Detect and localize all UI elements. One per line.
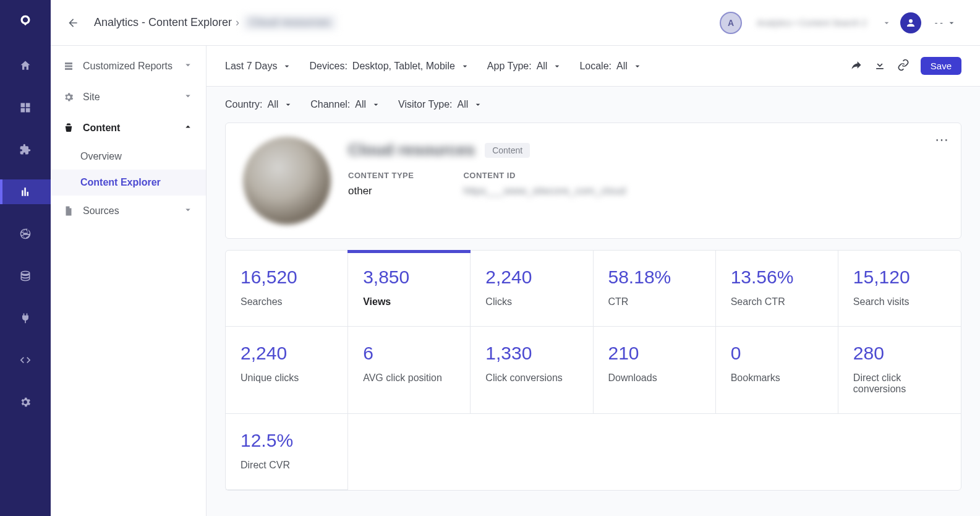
sidebar-item-sources[interactable]: Sources	[51, 196, 206, 226]
rail-analytics[interactable]	[0, 179, 51, 204]
metric-card[interactable]: 12.5%Direct CVR	[226, 414, 348, 490]
workspace-avatar[interactable]: A	[720, 12, 742, 34]
file-icon	[63, 205, 74, 217]
metric-value: 58.18%	[608, 267, 701, 288]
sidebar-item-site[interactable]: Site	[51, 82, 206, 113]
time-range-dropdown[interactable]: Last 7 Days	[225, 61, 292, 72]
rail-settings[interactable]	[0, 390, 51, 415]
content-type-field: CONTENT TYPE other	[348, 171, 414, 197]
main-content: Last 7 Days Devices: Desktop, Tablet, Mo…	[207, 46, 980, 516]
metric-value: 280	[853, 343, 946, 364]
metric-label: Bookmarks	[731, 372, 823, 384]
metric-card[interactable]: 16,520Searches	[226, 251, 348, 327]
metric-value: 15,120	[853, 267, 946, 288]
rail-database[interactable]	[0, 264, 51, 288]
metric-card[interactable]: 2,240Clicks	[471, 251, 593, 327]
metric-value: 210	[608, 343, 701, 364]
metric-value: 2,240	[241, 343, 333, 364]
metric-card[interactable]: 3,850Views	[348, 251, 471, 327]
content-title: Cloud resources	[348, 140, 475, 160]
chevron-down-icon	[182, 90, 194, 104]
breadcrumb: Analytics - Content Explorer › Cloud res…	[94, 15, 336, 30]
sidebar-item-label: Content	[83, 123, 120, 134]
visitor-type-dropdown[interactable]: Visitor Type: All	[398, 99, 483, 110]
filter-toolbar: Last 7 Days Devices: Desktop, Tablet, Mo…	[207, 46, 980, 87]
app-type-dropdown[interactable]: App Type: All	[487, 61, 563, 72]
sidebar-subitem-content-explorer[interactable]: Content Explorer	[51, 170, 206, 196]
rail-globe[interactable]	[0, 221, 51, 246]
metric-card[interactable]: 58.18%CTR	[594, 251, 716, 327]
back-button[interactable]	[61, 11, 85, 35]
reports-icon	[63, 61, 74, 72]
rail-home[interactable]	[0, 53, 51, 78]
breadcrumb-root[interactable]: Analytics - Content Explorer	[94, 16, 232, 29]
metric-card[interactable]: 280Direct click conversions	[838, 327, 961, 414]
metric-card[interactable]: 2,240Unique clicks	[226, 327, 348, 414]
share-button[interactable]	[850, 59, 863, 73]
metric-value: 12.5%	[241, 430, 333, 451]
content-type-value: other	[348, 185, 414, 197]
metric-card[interactable]: 15,120Search visits	[838, 251, 961, 327]
user-avatar[interactable]	[900, 12, 921, 33]
metric-value: 16,520	[241, 267, 333, 288]
channel-dropdown[interactable]: Channel: All	[310, 99, 381, 110]
chevron-down-icon	[182, 59, 194, 73]
chevron-up-icon	[182, 121, 194, 135]
metric-label: Search visits	[853, 296, 946, 307]
sidebar-item-content[interactable]: Content	[51, 113, 206, 144]
rail-plug[interactable]	[0, 306, 51, 330]
metric-value: 3,850	[363, 267, 455, 288]
metric-value: 13.56%	[731, 267, 823, 288]
sidebar-item-label: Site	[83, 92, 100, 103]
metric-label: Views	[363, 296, 455, 307]
metrics-grid: 16,520Searches3,850Views2,240Clicks58.18…	[225, 250, 961, 491]
gear-icon	[63, 92, 74, 103]
devices-dropdown[interactable]: Devices: Desktop, Tablet, Mobile	[309, 61, 469, 72]
sidebar: Customized Reports Site Content Overview	[51, 46, 207, 516]
country-dropdown[interactable]: Country: All	[225, 99, 293, 110]
metric-value: 0	[731, 343, 823, 364]
secondary-filter-toolbar: Country: All Channel: All Visitor Type: …	[207, 87, 980, 123]
chevron-down-icon[interactable]	[882, 18, 892, 28]
context-title-blur: Analytics • Content Search 2	[751, 18, 873, 28]
rail-puzzle[interactable]	[0, 137, 51, 162]
download-button[interactable]	[874, 59, 886, 73]
content-id-field: CONTENT ID https___www_sitecore_com_clou…	[463, 171, 626, 197]
logo-icon	[15, 10, 36, 31]
metric-card[interactable]: 1,330Click conversions	[471, 327, 593, 414]
breadcrumb-leaf: Cloud resources	[243, 15, 336, 30]
rail-code[interactable]	[0, 348, 51, 372]
metric-label: CTR	[608, 296, 701, 307]
topbar: Analytics - Content Explorer › Cloud res…	[51, 0, 980, 46]
top-range-dropdown[interactable]: - -	[930, 15, 961, 30]
metric-card[interactable]: 0Bookmarks	[716, 327, 838, 414]
sidebar-subitem-label: Overview	[80, 151, 122, 161]
metric-label: Clicks	[485, 296, 577, 307]
save-button[interactable]: Save	[921, 57, 961, 75]
content-tag: Content	[485, 143, 530, 158]
metric-label: Unique clicks	[241, 372, 333, 384]
metric-card[interactable]: 6AVG click position	[348, 327, 471, 414]
basket-icon	[63, 123, 74, 134]
sidebar-subitem-label: Content Explorer	[80, 177, 161, 187]
metric-label: Click conversions	[485, 372, 577, 384]
sidebar-subitem-overview[interactable]: Overview	[51, 144, 206, 170]
rail-layout[interactable]	[0, 95, 51, 120]
content-header-card: ⋯ Cloud resources Content CONTENT TYPE o…	[225, 123, 961, 239]
link-button[interactable]	[897, 59, 910, 73]
metric-label: Direct CVR	[241, 460, 333, 471]
content-id-value: https___www_sitecore_com_cloud	[463, 185, 626, 197]
metric-label: Searches	[241, 296, 333, 307]
nav-rail	[0, 0, 51, 516]
sidebar-item-label: Sources	[83, 205, 119, 217]
metric-value: 2,240	[485, 267, 577, 288]
more-menu-button[interactable]: ⋯	[935, 132, 950, 148]
metric-card[interactable]: 210Downloads	[594, 327, 716, 414]
locale-dropdown[interactable]: Locale: All	[579, 61, 642, 72]
metric-card[interactable]: 13.56%Search CTR	[716, 251, 838, 327]
metric-label: Downloads	[608, 372, 701, 384]
metric-value: 6	[363, 343, 455, 364]
chevron-down-icon	[182, 204, 194, 218]
sidebar-item-customized-reports[interactable]: Customized Reports	[51, 51, 206, 82]
sidebar-item-label: Customized Reports	[83, 61, 173, 72]
